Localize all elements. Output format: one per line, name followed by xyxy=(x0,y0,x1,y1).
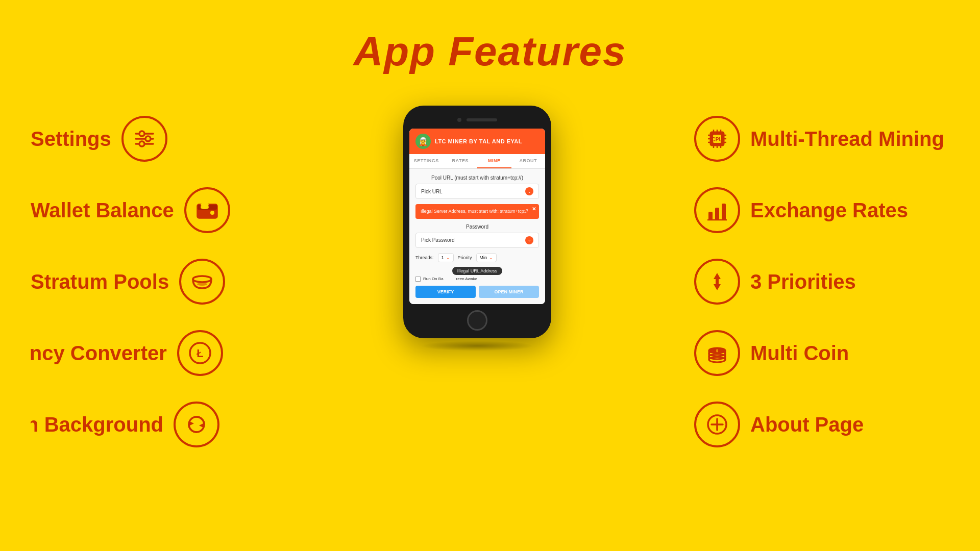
sliders-icon xyxy=(132,126,157,152)
app-tabs: SETTINGS RATES MINE ABOUT xyxy=(409,154,545,169)
home-button[interactable] xyxy=(467,310,487,331)
action-buttons: VERIFY OPEN MINER xyxy=(415,286,539,298)
run-background-checkbox[interactable] xyxy=(415,277,421,282)
svg-rect-33 xyxy=(708,212,713,220)
plus-icon-circle xyxy=(694,402,740,447)
priority-label: Priority xyxy=(458,255,472,260)
feature-stratum-label: Stratum Pools xyxy=(31,270,169,293)
feature-currency: Ł urrency Converter xyxy=(31,330,245,376)
priority-value: Min xyxy=(480,255,487,260)
right-features: CPU Multi-Thread Mining xyxy=(694,106,949,447)
pick-url-dropdown[interactable]: Pick URL ⌄ xyxy=(415,184,539,199)
threads-label: Threads: xyxy=(415,255,434,260)
feature-priorities: 3 Priorities xyxy=(694,259,949,305)
feature-settings: Settings xyxy=(31,116,245,162)
svg-point-12 xyxy=(193,276,211,282)
svg-marker-17 xyxy=(199,423,204,428)
password-dropdown-arrow: ⌄ xyxy=(525,236,533,244)
svg-point-8 xyxy=(210,211,214,215)
screen-awake-text: reen Awake xyxy=(456,277,478,281)
svg-point-3 xyxy=(145,136,151,141)
svg-rect-35 xyxy=(722,204,726,220)
pick-url-text: Pick URL xyxy=(421,189,443,194)
feature-priorities-label: 3 Priorities xyxy=(750,270,856,293)
cpu-icon-circle: CPU xyxy=(694,116,740,162)
phone-camera xyxy=(457,118,461,122)
feature-wallet-label: Wallet Balance xyxy=(31,199,174,222)
arrows-icon xyxy=(704,269,730,294)
wallet-icon xyxy=(194,197,220,223)
feature-stratum: Stratum Pools xyxy=(31,259,245,305)
tab-about[interactable]: ABOUT xyxy=(511,154,546,168)
wallet-icon-circle xyxy=(184,187,230,233)
feature-wallet: Wallet Balance xyxy=(31,187,245,233)
options-row: Run On Ba reen Awake xyxy=(415,277,539,282)
stratum-icon-circle xyxy=(179,259,225,305)
background-icon-circle xyxy=(174,402,219,447)
svg-text:$: $ xyxy=(716,349,718,353)
plus-icon xyxy=(704,412,730,437)
run-background-text: Run On Ba xyxy=(423,277,444,281)
feature-about-label: About Page xyxy=(750,413,864,436)
feature-currency-label: urrency Converter xyxy=(31,342,167,365)
svg-text:Ł: Ł xyxy=(197,347,203,360)
pick-password-text: Pick Password xyxy=(421,237,455,243)
feature-settings-label: Settings xyxy=(31,128,111,151)
app-logo-icon: 🧝 xyxy=(415,134,431,149)
svg-text:CPU: CPU xyxy=(712,137,722,142)
currency-icon-circle: Ł xyxy=(177,330,223,376)
password-label: Password xyxy=(415,224,539,230)
app-content: Pool URL (must start with stratum+tcp://… xyxy=(409,169,545,304)
pool-icon xyxy=(189,269,215,294)
ltc-icon: Ł xyxy=(187,340,213,366)
svg-point-13 xyxy=(197,283,207,286)
main-layout: Settings Wallet Balance xyxy=(0,75,980,534)
tab-settings[interactable]: SETTINGS xyxy=(409,154,444,168)
feature-about: About Page xyxy=(694,402,949,447)
app-header: 🧝 LTC MINER BY TAL AND EYAL xyxy=(409,129,545,154)
chart-icon xyxy=(704,197,730,223)
threads-priority-row: Threads: 1 ⌄ Priority Min ⌄ xyxy=(415,253,539,262)
page-title: App Features xyxy=(0,0,980,75)
threads-dropdown[interactable]: 1 ⌄ xyxy=(438,253,454,262)
feature-exchange-label: Exchange Rates xyxy=(750,199,908,222)
phone-mockup: 🧝 LTC MINER BY TAL AND EYAL SETTINGS RAT… xyxy=(403,106,551,351)
tab-rates[interactable]: RATES xyxy=(444,154,478,168)
phone-screen: 🧝 LTC MINER BY TAL AND EYAL SETTINGS RAT… xyxy=(409,129,545,304)
verify-button[interactable]: VERIFY xyxy=(415,286,476,298)
feature-multithread: CPU Multi-Thread Mining xyxy=(694,116,949,162)
feature-multicoin: $ Multi Coin xyxy=(694,330,949,376)
threads-value: 1 xyxy=(442,255,444,260)
refresh-icon xyxy=(184,412,209,437)
arrows-icon-circle xyxy=(694,259,740,305)
phone-body: 🧝 LTC MINER BY TAL AND EYAL SETTINGS RAT… xyxy=(403,106,551,338)
svg-marker-39 xyxy=(714,284,721,290)
svg-point-5 xyxy=(139,141,144,146)
chart-icon-circle xyxy=(694,187,740,233)
pick-password-dropdown[interactable]: Pick Password ⌄ xyxy=(415,233,539,248)
feature-exchange: Exchange Rates xyxy=(694,187,949,233)
svg-point-1 xyxy=(139,131,144,136)
url-dropdown-arrow: ⌄ xyxy=(525,187,533,195)
coin-icon-circle: $ xyxy=(694,330,740,376)
feature-multicoin-label: Multi Coin xyxy=(750,342,849,365)
error-text: Illegal Server Address, must start with:… xyxy=(421,208,534,215)
priority-arrow: ⌄ xyxy=(489,255,493,260)
feature-background: un In Background xyxy=(31,402,245,447)
open-miner-button[interactable]: OPEN MINER xyxy=(479,286,539,298)
cpu-icon: CPU xyxy=(704,126,730,152)
svg-rect-40 xyxy=(716,280,719,284)
error-banner: ✕ Illegal Server Address, must start wit… xyxy=(415,204,539,219)
feature-multithread-label: Multi-Thread Mining xyxy=(750,128,944,151)
threads-arrow: ⌄ xyxy=(446,255,450,260)
tab-mine[interactable]: MINE xyxy=(477,154,511,168)
phone-home-area xyxy=(409,310,545,331)
tooltip-bubble: Illegal URL Address xyxy=(452,267,503,275)
pool-url-label: Pool URL (must start with stratum+tcp://… xyxy=(415,175,539,181)
phone-notch xyxy=(409,113,545,126)
error-close-btn[interactable]: ✕ xyxy=(532,206,536,212)
svg-point-11 xyxy=(201,203,209,206)
left-features: Settings Wallet Balance xyxy=(31,106,260,447)
svg-rect-34 xyxy=(715,208,719,220)
priority-dropdown[interactable]: Min ⌄ xyxy=(476,253,497,262)
